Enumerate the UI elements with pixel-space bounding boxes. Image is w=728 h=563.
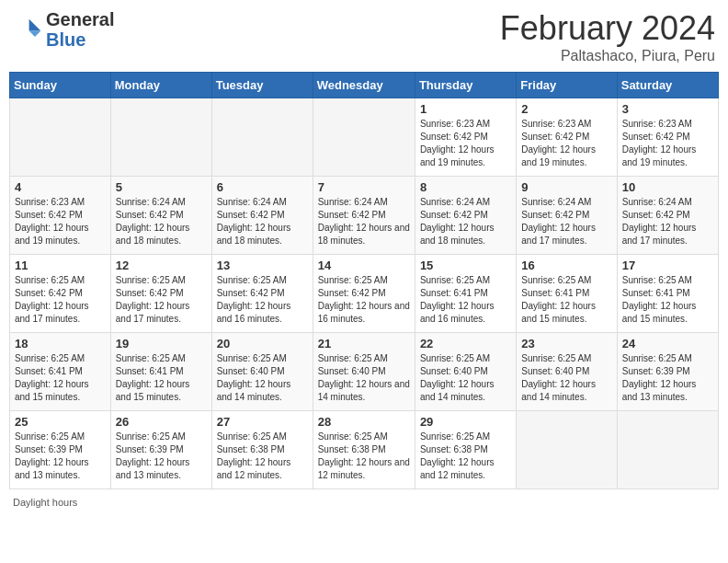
day-cell: 8Sunrise: 6:24 AMSunset: 6:42 PMDaylight… bbox=[415, 177, 516, 255]
col-header-friday: Friday bbox=[517, 73, 617, 98]
day-cell: 5Sunrise: 6:24 AMSunset: 6:42 PMDaylight… bbox=[110, 177, 211, 255]
col-header-wednesday: Wednesday bbox=[313, 73, 415, 98]
day-cell: 28Sunrise: 6:25 AMSunset: 6:38 PMDayligh… bbox=[313, 411, 415, 489]
day-cell bbox=[517, 411, 617, 489]
logo-general-text: General bbox=[46, 9, 114, 29]
col-header-saturday: Saturday bbox=[617, 73, 718, 98]
day-cell: 24Sunrise: 6:25 AMSunset: 6:39 PMDayligh… bbox=[617, 333, 718, 411]
day-number: 18 bbox=[15, 337, 106, 350]
day-info: Sunrise: 6:25 AMSunset: 6:41 PMDaylight:… bbox=[521, 274, 611, 326]
logo-text: General Blue bbox=[46, 9, 114, 50]
day-info: Sunrise: 6:25 AMSunset: 6:39 PMDaylight:… bbox=[15, 431, 106, 482]
week-row-3: 11Sunrise: 6:25 AMSunset: 6:42 PMDayligh… bbox=[10, 255, 719, 333]
day-info: Sunrise: 6:25 AMSunset: 6:38 PMDaylight:… bbox=[217, 431, 308, 482]
day-cell: 10Sunrise: 6:24 AMSunset: 6:42 PMDayligh… bbox=[617, 177, 718, 255]
day-info: Sunrise: 6:25 AMSunset: 6:38 PMDaylight:… bbox=[318, 431, 410, 482]
day-number: 3 bbox=[622, 102, 713, 116]
day-number: 24 bbox=[622, 337, 713, 350]
day-cell: 27Sunrise: 6:25 AMSunset: 6:38 PMDayligh… bbox=[211, 411, 313, 489]
day-cell bbox=[617, 411, 718, 489]
day-cell: 11Sunrise: 6:25 AMSunset: 6:42 PMDayligh… bbox=[10, 255, 111, 333]
day-number: 28 bbox=[318, 415, 410, 429]
logo: General Blue bbox=[13, 9, 114, 50]
day-info: Sunrise: 6:23 AMSunset: 6:42 PMDaylight:… bbox=[622, 118, 713, 169]
day-info: Sunrise: 6:24 AMSunset: 6:42 PMDaylight:… bbox=[318, 196, 410, 247]
day-cell: 26Sunrise: 6:25 AMSunset: 6:39 PMDayligh… bbox=[110, 411, 211, 489]
day-number: 11 bbox=[15, 259, 106, 272]
day-number: 2 bbox=[521, 102, 611, 116]
day-number: 13 bbox=[217, 259, 308, 272]
day-number: 22 bbox=[420, 337, 511, 350]
footer: Daylight hours bbox=[9, 497, 719, 508]
day-info: Sunrise: 6:25 AMSunset: 6:40 PMDaylight:… bbox=[217, 352, 308, 404]
day-number: 27 bbox=[217, 415, 308, 429]
day-cell bbox=[313, 98, 415, 177]
day-cell: 6Sunrise: 6:24 AMSunset: 6:42 PMDaylight… bbox=[211, 177, 313, 255]
col-header-tuesday: Tuesday bbox=[211, 73, 313, 98]
day-number: 1 bbox=[420, 102, 511, 116]
day-cell: 12Sunrise: 6:25 AMSunset: 6:42 PMDayligh… bbox=[110, 255, 211, 333]
day-number: 19 bbox=[116, 337, 207, 350]
page-header: General Blue February 2024 Paltashaco, P… bbox=[9, 9, 719, 64]
day-info: Sunrise: 6:24 AMSunset: 6:42 PMDaylight:… bbox=[622, 196, 713, 247]
day-cell: 23Sunrise: 6:25 AMSunset: 6:40 PMDayligh… bbox=[517, 333, 617, 411]
day-info: Sunrise: 6:25 AMSunset: 6:42 PMDaylight:… bbox=[15, 274, 106, 326]
day-info: Sunrise: 6:23 AMSunset: 6:42 PMDaylight:… bbox=[420, 118, 511, 169]
day-cell bbox=[211, 98, 313, 177]
col-header-sunday: Sunday bbox=[10, 73, 111, 98]
day-info: Sunrise: 6:25 AMSunset: 6:39 PMDaylight:… bbox=[116, 431, 207, 482]
week-row-5: 25Sunrise: 6:25 AMSunset: 6:39 PMDayligh… bbox=[10, 411, 719, 489]
day-number: 4 bbox=[15, 180, 106, 194]
day-number: 15 bbox=[420, 259, 511, 272]
day-info: Sunrise: 6:25 AMSunset: 6:42 PMDaylight:… bbox=[217, 274, 308, 326]
title-block: February 2024 Paltashaco, Piura, Peru bbox=[500, 9, 715, 64]
day-info: Sunrise: 6:25 AMSunset: 6:41 PMDaylight:… bbox=[15, 352, 106, 404]
day-number: 20 bbox=[217, 337, 308, 350]
daylight-hours-label: Daylight hours bbox=[13, 497, 77, 508]
day-info: Sunrise: 6:23 AMSunset: 6:42 PMDaylight:… bbox=[521, 118, 611, 169]
col-header-thursday: Thursday bbox=[415, 73, 516, 98]
day-info: Sunrise: 6:23 AMSunset: 6:42 PMDaylight:… bbox=[15, 196, 106, 247]
day-info: Sunrise: 6:25 AMSunset: 6:40 PMDaylight:… bbox=[318, 352, 410, 404]
day-number: 23 bbox=[521, 337, 611, 350]
day-number: 8 bbox=[420, 180, 511, 194]
day-info: Sunrise: 6:24 AMSunset: 6:42 PMDaylight:… bbox=[521, 196, 611, 247]
day-cell: 29Sunrise: 6:25 AMSunset: 6:38 PMDayligh… bbox=[415, 411, 516, 489]
day-info: Sunrise: 6:25 AMSunset: 6:40 PMDaylight:… bbox=[420, 352, 511, 404]
day-number: 16 bbox=[521, 259, 611, 272]
month-title: February 2024 bbox=[500, 9, 715, 48]
day-number: 6 bbox=[217, 180, 308, 194]
week-row-2: 4Sunrise: 6:23 AMSunset: 6:42 PMDaylight… bbox=[10, 177, 719, 255]
week-row-4: 18Sunrise: 6:25 AMSunset: 6:41 PMDayligh… bbox=[10, 333, 719, 411]
day-info: Sunrise: 6:25 AMSunset: 6:42 PMDaylight:… bbox=[318, 274, 410, 326]
day-info: Sunrise: 6:25 AMSunset: 6:38 PMDaylight:… bbox=[420, 431, 511, 482]
day-info: Sunrise: 6:25 AMSunset: 6:40 PMDaylight:… bbox=[521, 352, 611, 404]
svg-marker-1 bbox=[29, 31, 41, 37]
day-number: 7 bbox=[318, 180, 410, 194]
day-cell: 7Sunrise: 6:24 AMSunset: 6:42 PMDaylight… bbox=[313, 177, 415, 255]
calendar-header-row: SundayMondayTuesdayWednesdayThursdayFrid… bbox=[10, 73, 719, 98]
day-cell: 14Sunrise: 6:25 AMSunset: 6:42 PMDayligh… bbox=[313, 255, 415, 333]
day-cell: 19Sunrise: 6:25 AMSunset: 6:41 PMDayligh… bbox=[110, 333, 211, 411]
day-number: 26 bbox=[116, 415, 207, 429]
day-cell: 3Sunrise: 6:23 AMSunset: 6:42 PMDaylight… bbox=[617, 98, 718, 177]
day-number: 10 bbox=[622, 180, 713, 194]
day-cell: 20Sunrise: 6:25 AMSunset: 6:40 PMDayligh… bbox=[211, 333, 313, 411]
day-cell: 21Sunrise: 6:25 AMSunset: 6:40 PMDayligh… bbox=[313, 333, 415, 411]
day-number: 5 bbox=[116, 180, 207, 194]
day-cell: 22Sunrise: 6:25 AMSunset: 6:40 PMDayligh… bbox=[415, 333, 516, 411]
day-number: 21 bbox=[318, 337, 410, 350]
day-number: 14 bbox=[318, 259, 410, 272]
logo-blue-text: Blue bbox=[46, 29, 114, 50]
day-info: Sunrise: 6:25 AMSunset: 6:39 PMDaylight:… bbox=[622, 352, 713, 404]
day-info: Sunrise: 6:24 AMSunset: 6:42 PMDaylight:… bbox=[217, 196, 308, 247]
day-number: 9 bbox=[521, 180, 611, 194]
day-cell: 25Sunrise: 6:25 AMSunset: 6:39 PMDayligh… bbox=[10, 411, 111, 489]
day-info: Sunrise: 6:25 AMSunset: 6:41 PMDaylight:… bbox=[420, 274, 511, 326]
day-info: Sunrise: 6:25 AMSunset: 6:41 PMDaylight:… bbox=[116, 352, 207, 404]
day-cell: 18Sunrise: 6:25 AMSunset: 6:41 PMDayligh… bbox=[10, 333, 111, 411]
day-cell: 2Sunrise: 6:23 AMSunset: 6:42 PMDaylight… bbox=[517, 98, 617, 177]
day-number: 25 bbox=[15, 415, 106, 429]
day-info: Sunrise: 6:24 AMSunset: 6:42 PMDaylight:… bbox=[116, 196, 207, 247]
logo-icon bbox=[13, 15, 42, 44]
